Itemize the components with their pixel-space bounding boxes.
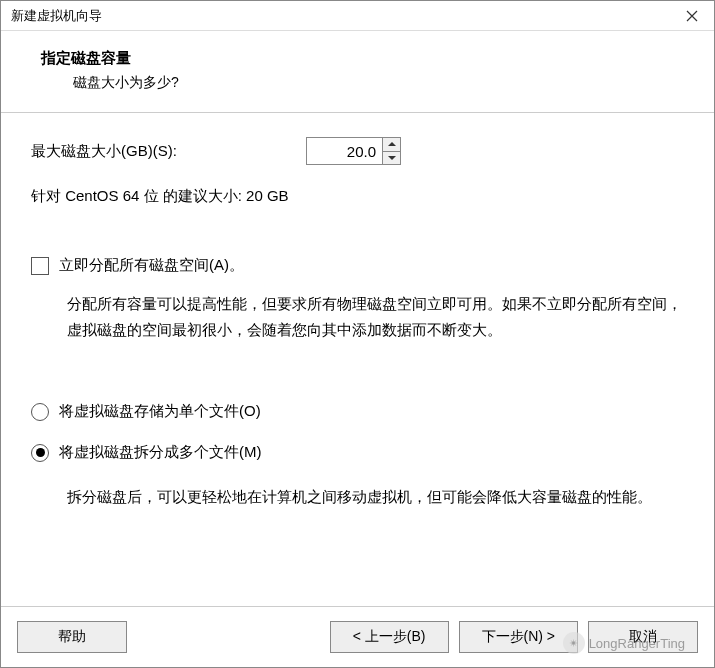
spinner-up-button[interactable] [383, 138, 400, 152]
disk-size-label: 最大磁盘大小(GB)(S): [31, 142, 306, 161]
split-file-radio[interactable] [31, 444, 49, 462]
spinner-buttons [382, 138, 400, 164]
allocate-now-label: 立即分配所有磁盘空间(A)。 [59, 256, 244, 275]
single-file-label: 将虚拟磁盘存储为单个文件(O) [59, 402, 261, 421]
back-button[interactable]: < 上一步(B) [330, 621, 449, 653]
header-section: 指定磁盘容量 磁盘大小为多少? [1, 31, 714, 113]
help-button[interactable]: 帮助 [17, 621, 127, 653]
wizard-dialog: 新建虚拟机向导 指定磁盘容量 磁盘大小为多少? 最大磁盘大小(GB)(S): [0, 0, 715, 668]
split-file-label: 将虚拟磁盘拆分成多个文件(M) [59, 443, 262, 462]
footer-buttons: 帮助 < 上一步(B) 下一步(N) > 取消 [1, 606, 714, 667]
allocate-now-description: 分配所有容量可以提高性能，但要求所有物理磁盘空间立即可用。如果不立即分配所有空间… [31, 291, 684, 342]
page-subtitle: 磁盘大小为多少? [41, 74, 684, 92]
window-title: 新建虚拟机向导 [9, 7, 102, 25]
close-icon [686, 10, 698, 22]
allocate-now-row: 立即分配所有磁盘空间(A)。 [31, 256, 684, 275]
disk-size-input[interactable] [307, 138, 382, 164]
chevron-up-icon [388, 141, 396, 147]
content-area: 最大磁盘大小(GB)(S): 针对 CentOS 64 位 的建议大小: 20 … [1, 113, 714, 606]
split-file-row: 将虚拟磁盘拆分成多个文件(M) [31, 443, 684, 462]
titlebar: 新建虚拟机向导 [1, 1, 714, 31]
next-button[interactable]: 下一步(N) > [459, 621, 579, 653]
close-button[interactable] [678, 5, 706, 27]
chevron-down-icon [388, 155, 396, 161]
allocate-now-checkbox[interactable] [31, 257, 49, 275]
page-title: 指定磁盘容量 [41, 49, 684, 68]
split-file-description: 拆分磁盘后，可以更轻松地在计算机之间移动虚拟机，但可能会降低大容量磁盘的性能。 [31, 484, 684, 510]
single-file-row: 将虚拟磁盘存储为单个文件(O) [31, 402, 684, 421]
spinner-down-button[interactable] [383, 152, 400, 165]
disk-size-spinner[interactable] [306, 137, 401, 165]
disk-size-row: 最大磁盘大小(GB)(S): [31, 137, 684, 165]
single-file-radio[interactable] [31, 403, 49, 421]
cancel-button[interactable]: 取消 [588, 621, 698, 653]
recommended-size-text: 针对 CentOS 64 位 的建议大小: 20 GB [31, 187, 684, 206]
